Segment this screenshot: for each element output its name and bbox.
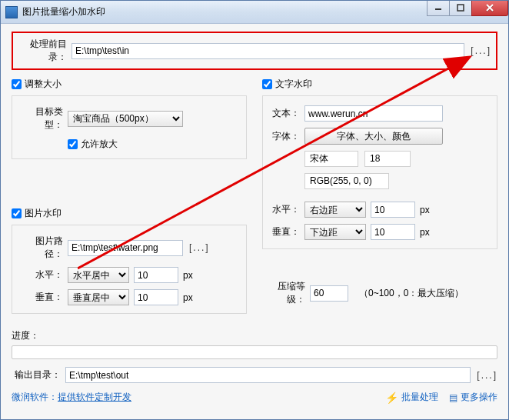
img-v-value[interactable] xyxy=(134,289,178,305)
input-dir-label: 处理前目录： xyxy=(18,38,72,64)
txt-h-unit: px xyxy=(420,205,430,215)
img-path-label: 图片路径： xyxy=(20,235,68,261)
output-dir-browse[interactable]: [...] xyxy=(477,370,497,381)
txt-font-label: 字体： xyxy=(271,130,304,143)
text-watermark-label: 文字水印 xyxy=(275,78,312,91)
img-h-unit: px xyxy=(183,270,193,281)
list-icon: ▤ xyxy=(449,392,457,403)
img-h-label: 水平： xyxy=(20,268,68,282)
progress-label: 进度： xyxy=(12,329,497,342)
compress-row: 压缩等级： （0~100，0：最大压缩） xyxy=(262,280,497,306)
titlebar: 图片批量缩小加水印 xyxy=(1,1,508,24)
text-watermark-group: 文本： 字体： 字体、大小、颜色 宋体 18 RGB(255, 0, 0) xyxy=(262,95,497,249)
txt-v-value[interactable] xyxy=(371,224,415,240)
bottom-bar: 微润软件： 提供软件定制开发 ⚡ 批量处理 ▤ 更多操作 xyxy=(12,391,497,404)
progress-bar xyxy=(12,345,497,359)
minimize-button[interactable] xyxy=(427,1,450,16)
window-title: 图片批量缩小加水印 xyxy=(22,5,427,18)
txt-h-label: 水平： xyxy=(271,203,304,216)
compress-hint: （0~100，0：最大压缩） xyxy=(359,287,464,300)
compress-value[interactable] xyxy=(310,285,348,302)
txt-v-select[interactable]: 下边距 xyxy=(304,224,366,240)
close-button[interactable] xyxy=(471,1,508,16)
app-icon xyxy=(5,6,18,18)
right-column: 文字水印 文本： 字体： 字体、大小、颜色 宋体 18 xyxy=(262,78,497,323)
svg-rect-1 xyxy=(457,5,464,11)
output-dir-field[interactable] xyxy=(65,367,471,383)
compress-label: 压缩等级： xyxy=(262,280,310,306)
text-watermark-checkbox[interactable] xyxy=(262,79,272,89)
more-actions-button[interactable]: ▤ 更多操作 xyxy=(449,391,497,404)
image-watermark-group: 图片路径： [...] 水平： 水平居中 px 垂直： 垂直居中 xyxy=(12,225,247,314)
txt-h-value[interactable] xyxy=(371,202,415,218)
bolt-icon: ⚡ xyxy=(385,392,398,404)
app-window: 图片批量缩小加水印 处理前目录： [...] 调整大小 xyxy=(0,0,509,420)
left-column: 调整大小 目标类型： 淘宝商品（500px） 允许放大 图片水印 xyxy=(12,78,247,323)
maximize-button[interactable] xyxy=(449,1,472,16)
font-color-display: RGB(255, 0, 0) xyxy=(304,173,389,189)
img-v-unit: px xyxy=(183,292,193,303)
img-v-select[interactable]: 垂直居中 xyxy=(68,289,129,305)
resize-group: 目标类型： 淘宝商品（500px） 允许放大 xyxy=(12,95,247,159)
brand-prefix: 微润软件： xyxy=(12,391,58,404)
allow-enlarge-checkbox[interactable] xyxy=(68,139,78,149)
txt-v-label: 垂直： xyxy=(271,225,304,238)
input-dir-row: 处理前目录： [...] xyxy=(12,32,497,70)
img-path-field[interactable] xyxy=(68,240,183,256)
batch-process-button[interactable]: ⚡ 批量处理 xyxy=(385,391,438,404)
brand-link[interactable]: 提供软件定制开发 xyxy=(58,391,131,404)
img-h-value[interactable] xyxy=(134,267,178,283)
input-dir-browse[interactable]: [...] xyxy=(471,45,491,56)
target-type-label: 目标类型： xyxy=(20,105,68,132)
resize-checkbox[interactable] xyxy=(12,79,22,89)
font-settings-button[interactable]: 字体、大小、颜色 xyxy=(304,128,443,145)
content-area: 处理前目录： [...] 调整大小 目标类型： 淘宝商品（500px） xyxy=(1,24,508,419)
img-h-select[interactable]: 水平居中 xyxy=(68,267,129,283)
img-path-browse[interactable]: [...] xyxy=(189,242,210,253)
resize-label: 调整大小 xyxy=(25,78,62,91)
img-v-label: 垂直： xyxy=(20,291,68,304)
image-watermark-checkbox[interactable] xyxy=(12,208,22,218)
main-columns: 调整大小 目标类型： 淘宝商品（500px） 允许放大 图片水印 xyxy=(12,78,497,323)
txt-h-select[interactable]: 右边距 xyxy=(304,202,366,218)
target-type-select[interactable]: 淘宝商品（500px） xyxy=(68,111,183,127)
allow-enlarge-label: 允许放大 xyxy=(81,138,118,151)
output-dir-label: 输出目录： xyxy=(12,368,65,382)
footer-section: 进度： 输出目录： [...] 微润软件： 提供软件定制开发 ⚡ 批量处理 ▤ … xyxy=(12,329,497,404)
image-watermark-label: 图片水印 xyxy=(25,207,62,220)
input-dir-field[interactable] xyxy=(72,43,464,59)
txt-v-unit: px xyxy=(420,227,430,238)
font-name-display: 宋体 xyxy=(304,151,358,167)
font-size-display: 18 xyxy=(364,151,411,167)
txt-text-field[interactable] xyxy=(304,105,443,122)
txt-text-label: 文本： xyxy=(271,107,304,120)
window-controls xyxy=(427,1,508,16)
